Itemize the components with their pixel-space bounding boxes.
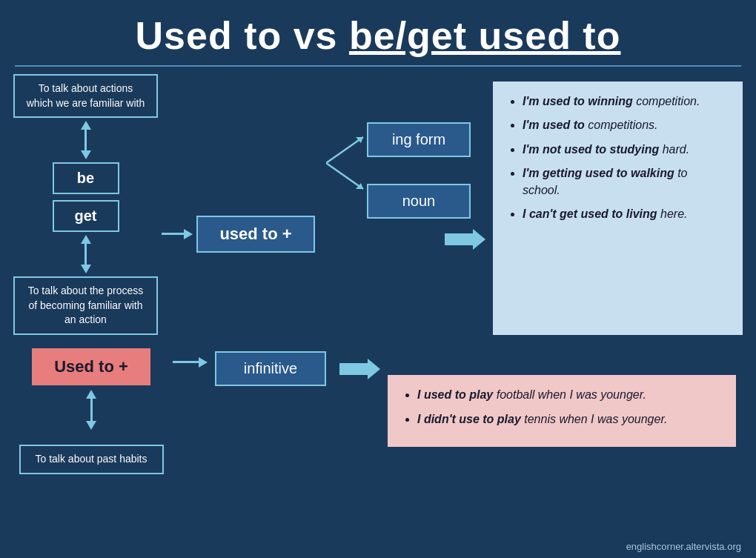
arrow-be-to-used — [162, 133, 193, 335]
arrow-head-up — [81, 121, 91, 130]
desc-bottom-box: To talk about the process of becoming fa… — [13, 276, 158, 335]
arrow-head-up3 — [86, 390, 96, 399]
examples-top-box: I'm used to winning competition. I'm use… — [493, 82, 743, 335]
h-line-1 — [162, 233, 184, 235]
bottom-left: Used to + To talk about past habits — [13, 348, 169, 474]
noun-box: noun — [367, 184, 471, 219]
arrow-used-to-inf — [173, 357, 208, 368]
be-get-group: be get — [53, 162, 119, 232]
arrow-head-up2 — [81, 235, 91, 244]
v-arrow-bottom-used — [86, 390, 96, 430]
thick-arrow-bottom — [339, 359, 380, 379]
form-boxes: ing form noun — [367, 122, 471, 219]
h-line-2 — [173, 361, 199, 363]
title-divider — [15, 65, 741, 67]
page-title: Used to vs be/get used to — [0, 0, 756, 65]
used-to-box: used to + — [196, 216, 315, 253]
svg-line-2 — [326, 163, 363, 189]
h-head-1 — [184, 229, 193, 239]
example-top-1: I'm used to winning competition. — [523, 93, 728, 110]
h-head-2 — [199, 357, 208, 368]
desc-top-box: To talk about actions which we are famil… — [13, 74, 158, 118]
footer-text: englishcorner.altervista.org — [626, 541, 741, 552]
v-arrow-bottom — [81, 235, 91, 273]
arrow-head-down2 — [81, 265, 91, 273]
fork-section: ing form noun — [326, 122, 378, 335]
used-to-wrapper: used to + — [196, 133, 315, 335]
example-bot-2: I didn't use to play tennis when I was y… — [417, 411, 721, 428]
arrow-head-down — [81, 150, 91, 159]
arrow-line-bottom — [84, 244, 87, 265]
svg-marker-5 — [339, 359, 380, 379]
v-arrow-top-up — [81, 121, 91, 159]
examples-bottom-list: I used to play football when I was young… — [402, 387, 721, 428]
infinitive-wrapper: infinitive — [208, 351, 326, 386]
examples-bottom-box: I used to play football when I was young… — [388, 375, 736, 447]
desc-top-text: To talk about actions which we are famil… — [27, 82, 145, 109]
example-bot-1: I used to play football when I was young… — [417, 387, 721, 403]
thick-arrow-bot-svg — [339, 359, 380, 379]
ing-form-box: ing form — [367, 122, 471, 157]
example-top-2: I'm used to competitions. — [523, 117, 728, 133]
arrow-line-top — [84, 130, 87, 150]
title-part1: Used to vs — [136, 14, 349, 57]
examples-top-list: I'm used to winning competition. I'm use… — [508, 93, 728, 222]
arrow-line-bot — [90, 399, 93, 421]
example-top-3: I'm not used to studying hard. — [523, 142, 728, 158]
desc-bottom-text: To talk about the process of becoming fa… — [28, 285, 144, 325]
svg-marker-4 — [445, 229, 485, 250]
thick-arrow-svg — [445, 229, 485, 250]
example-top-4: I'm getting used to walking to school. — [523, 165, 728, 199]
title-part2: be/get used to — [349, 13, 620, 58]
get-box: get — [53, 200, 119, 232]
infinitive-box: infinitive — [215, 351, 326, 386]
arrow-head-down3 — [86, 421, 96, 430]
svg-line-0 — [326, 137, 363, 163]
used-to-pink-box: Used to + — [32, 348, 150, 385]
example-top-5: I can't get used to living here. — [523, 206, 728, 222]
desc-past-habits: To talk about past habits — [19, 445, 164, 474]
be-box: be — [53, 162, 119, 194]
